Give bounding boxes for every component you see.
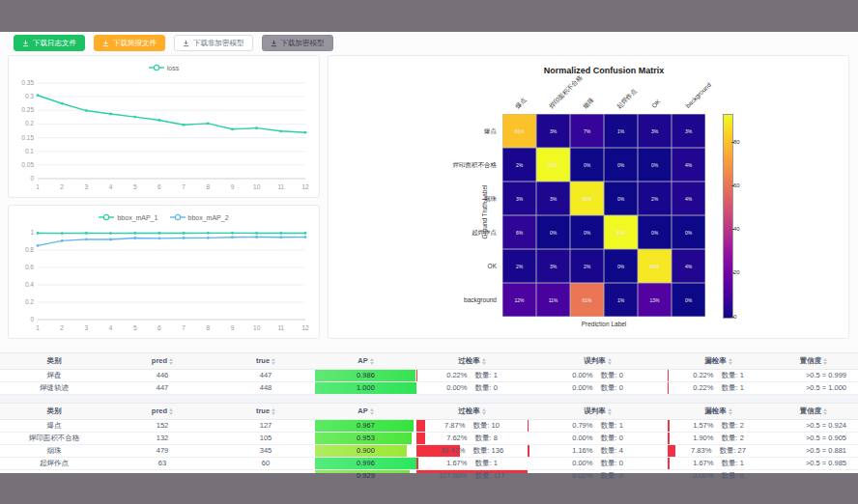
- col-header-true[interactable]: true: [216, 404, 315, 419]
- sort-desc-icon[interactable]: [482, 362, 486, 365]
- legend-item-loss[interactable]: loss: [149, 64, 179, 71]
- download-unencrypted-model-button[interactable]: 下载非加密模型: [174, 35, 253, 51]
- cm-cell: 0%: [604, 249, 638, 283]
- col-header-over-rate[interactable]: 过检率: [416, 404, 528, 419]
- sort-icon[interactable]: [729, 408, 732, 415]
- sort-icon[interactable]: [272, 408, 275, 415]
- download-report-file-button[interactable]: 下载简报文件: [94, 35, 165, 51]
- sort-icon[interactable]: [370, 408, 374, 415]
- sort-desc-icon[interactable]: [169, 362, 173, 365]
- download-encrypted-model-button[interactable]: 下载加密模型: [262, 35, 333, 51]
- sort-asc-icon[interactable]: [729, 358, 732, 361]
- sort-desc-icon[interactable]: [272, 362, 275, 365]
- svg-text:0: 0: [30, 175, 34, 182]
- rate-count: 数量: 10: [472, 420, 500, 432]
- sort-desc-icon[interactable]: [169, 412, 173, 415]
- sort-asc-icon[interactable]: [482, 408, 486, 411]
- sort-desc-icon[interactable]: [370, 412, 374, 415]
- cm-cell: 7%: [570, 114, 604, 148]
- cell-ap: 1.000: [315, 382, 416, 394]
- col-header-pred[interactable]: pred: [108, 404, 216, 419]
- svg-text:12: 12: [301, 324, 309, 331]
- col-header-miss-rate[interactable]: 漏检率: [668, 353, 769, 369]
- rate-count: 数量: 2: [721, 433, 743, 444]
- rate-count: 数量: 0: [600, 382, 622, 394]
- svg-text:9: 9: [231, 183, 235, 190]
- sort-desc-icon[interactable]: [272, 412, 275, 415]
- sort-desc-icon[interactable]: [608, 362, 612, 365]
- cell-class: 起焊作点: [0, 458, 108, 469]
- svg-text:5: 5: [133, 324, 137, 331]
- rate-percent: 7.62%: [446, 433, 467, 444]
- col-header-true[interactable]: true: [216, 353, 315, 369]
- cell-ap: 0.929: [315, 470, 416, 482]
- cell-misjudge-rate: 0.00%数量: 0: [528, 458, 668, 469]
- sort-icon[interactable]: [823, 408, 827, 415]
- rate-count: 数量: 27: [719, 445, 746, 457]
- loss-chart-card: loss 00.050.10.150.20.250.30.35123456789…: [8, 55, 320, 198]
- sort-icon[interactable]: [729, 358, 732, 365]
- sort-asc-icon[interactable]: [169, 358, 173, 361]
- sort-icon[interactable]: [482, 358, 486, 365]
- sort-desc-icon[interactable]: [729, 362, 732, 365]
- sort-asc-icon[interactable]: [823, 408, 827, 411]
- sort-asc-icon[interactable]: [729, 408, 732, 411]
- legend-item-bbox_mAP_2[interactable]: bbox_mAP_2: [170, 213, 229, 221]
- sort-icon[interactable]: [482, 408, 486, 415]
- col-header-class: 类别: [0, 353, 108, 369]
- cell-class: 焊缝轨迹: [0, 382, 108, 394]
- sort-asc-icon[interactable]: [169, 408, 173, 411]
- col-header-label: true: [256, 353, 270, 369]
- sort-icon[interactable]: [608, 408, 612, 415]
- rate-count: 数量: 117: [474, 470, 504, 482]
- sort-desc-icon[interactable]: [729, 412, 732, 415]
- sort-desc-icon[interactable]: [370, 362, 374, 365]
- col-header-misjudge-rate[interactable]: 误判率: [528, 353, 668, 369]
- cell-confidence: >0.5 = 0.924: [769, 420, 858, 432]
- cm-cell: 0%: [672, 215, 705, 249]
- cm-cell: 61%: [570, 283, 604, 317]
- col-header-pred[interactable]: pred: [108, 353, 216, 369]
- sort-asc-icon[interactable]: [370, 358, 374, 361]
- sort-desc-icon[interactable]: [823, 412, 827, 415]
- sort-desc-icon[interactable]: [608, 412, 612, 415]
- svg-text:0.2: 0.2: [25, 120, 34, 126]
- sort-desc-icon[interactable]: [482, 412, 486, 415]
- col-header-ap[interactable]: AP: [315, 353, 416, 369]
- rate-percent: 0.00%: [572, 382, 592, 394]
- sort-asc-icon[interactable]: [608, 408, 612, 411]
- sort-icon[interactable]: [169, 358, 173, 365]
- col-header-confidence[interactable]: 置信度: [769, 404, 858, 419]
- svg-text:10: 10: [253, 183, 261, 190]
- col-header-misjudge-rate[interactable]: 误判率: [528, 404, 668, 419]
- col-header-miss-rate[interactable]: 漏检率: [668, 404, 769, 419]
- sort-desc-icon[interactable]: [823, 362, 827, 365]
- cm-row-label: 爆点: [429, 127, 497, 136]
- sort-asc-icon[interactable]: [482, 358, 486, 361]
- map-chart-legend: bbox_mAP_1bbox_mAP_2: [9, 209, 319, 226]
- cm-col-label: 爆点: [513, 96, 529, 111]
- col-header-confidence[interactable]: 置信度: [769, 353, 858, 369]
- legend-item-bbox_mAP_1[interactable]: bbox_mAP_1: [99, 213, 157, 221]
- sort-icon[interactable]: [272, 358, 275, 365]
- sort-icon[interactable]: [823, 358, 827, 365]
- cm-cell: 3%: [536, 182, 570, 215]
- button-label: 下载非加密模型: [193, 39, 244, 48]
- cell-ap: 0.967: [315, 420, 416, 432]
- col-header-ap[interactable]: AP: [315, 404, 416, 419]
- cell-true: 105: [216, 433, 315, 444]
- sort-icon[interactable]: [608, 358, 612, 365]
- col-header-over-rate[interactable]: 过检率: [416, 353, 528, 369]
- sort-asc-icon[interactable]: [272, 408, 275, 411]
- sort-asc-icon[interactable]: [608, 358, 612, 361]
- svg-text:6: 6: [157, 324, 161, 331]
- sort-asc-icon[interactable]: [823, 358, 827, 361]
- svg-text:11: 11: [277, 324, 284, 331]
- sort-asc-icon[interactable]: [370, 408, 374, 411]
- sort-asc-icon[interactable]: [272, 358, 275, 361]
- rate-count: 数量: 1: [721, 382, 743, 394]
- table-row: 焊盘4464470.9860.22%数量: 10.00%数量: 00.22%数量…: [0, 370, 858, 382]
- sort-icon[interactable]: [370, 358, 374, 365]
- sort-icon[interactable]: [169, 408, 173, 415]
- download-log-file-button[interactable]: 下载日志文件: [14, 35, 85, 51]
